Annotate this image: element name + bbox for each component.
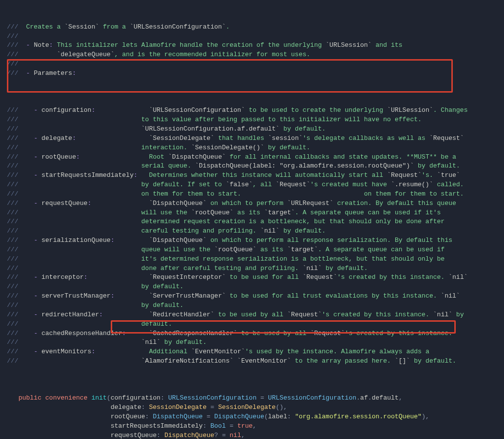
doc-comment-block: /// Creates a `Session` from a `URLSessi… <box>0 13 504 78</box>
doc-slashes: /// <box>7 23 18 31</box>
doc-params-block: /// - configuration: `URLSessionConfigur… <box>0 97 504 366</box>
doc-text: to this value after being passed to this… <box>422 116 504 123</box>
code-editor: /// Creates a `Session` from a `URLSessi… <box>0 0 504 439</box>
code-block: public convenience init(configuration: U… <box>0 385 504 439</box>
